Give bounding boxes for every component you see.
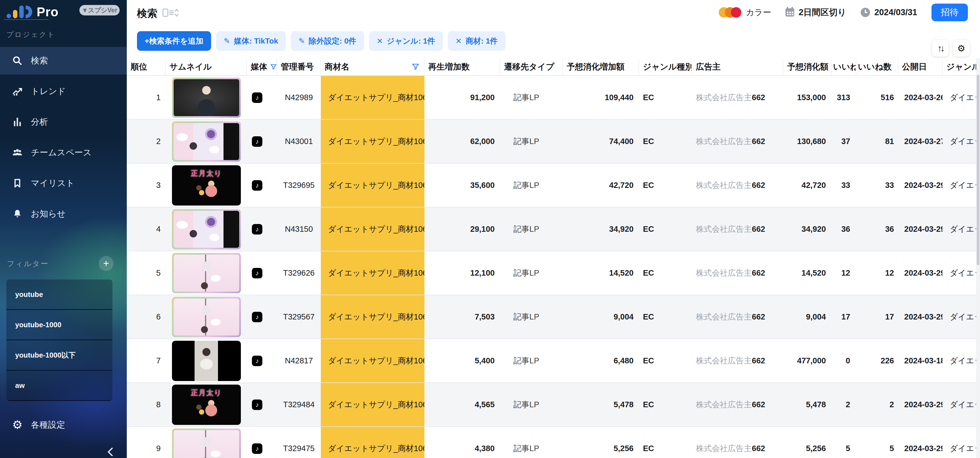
color-toggle[interactable]: カラー [719,7,771,18]
filter-section-label: フィルター [7,259,49,269]
advertiser-name: 株式会社広告主 [696,400,752,409]
like-count-cell: 2 [856,400,898,409]
sidebar-item-analysis[interactable]: 分析 [0,108,127,136]
filter-list-item[interactable]: youtube-1000以下 [6,340,113,370]
thumbnail-art [173,79,239,116]
sidebar-item-search[interactable]: 検索 [0,47,127,75]
sidebar-item-settings[interactable]: ⚙ 各種設定 [0,411,127,439]
col-like-increase[interactable]: いいね増加数 [832,58,856,75]
sidebar-item-teamspace[interactable]: チームスペース [0,139,127,166]
advertiser-name: 株式会社広告主 [696,356,752,365]
col-play-increase[interactable]: 再生増加数 [425,58,500,75]
col-mgmt-number[interactable]: 管理番号 [277,58,321,75]
like-count-cell: 5 [856,444,898,453]
sort-button[interactable]: ↑↓ [932,40,948,57]
version-badge[interactable]: ▼スプシVer [80,5,119,16]
thumbnail-image[interactable] [172,341,241,381]
filter-funnel-icon[interactable] [412,63,420,71]
sidebar-item-mylist[interactable]: マイリスト [0,169,127,197]
thumbnail-cell[interactable] [165,297,247,337]
col-est-spend-increase[interactable]: 予想消化増加額 [563,58,639,75]
filter-funnel-icon[interactable] [270,64,277,70]
play-increase-cell: 7,503 [425,312,500,321]
like-count-cell: 81 [856,137,898,146]
table-row[interactable]: 5 ♪ T329626 ダイエットサプリ_商材106 12,100 [127,251,980,295]
thumbnail-image[interactable] [172,297,241,337]
thumbnail-cell[interactable] [165,78,247,118]
thumbnail-cell[interactable]: 正月太り [165,165,247,206]
thumbnail-image[interactable] [172,253,241,293]
thumbnail-cell[interactable] [165,121,247,162]
thumbnail-image[interactable] [172,78,241,118]
table-settings-button[interactable]: ⚙ [953,40,969,57]
publish-date-cell: 2024-03-29 [898,444,942,453]
table-row[interactable]: 4 ♪ N43150 ダイエットサプリ_商材106 29,100 [127,207,980,251]
collapse-sidebar-button[interactable] [105,445,118,458]
product-filter-chip[interactable]: ✕ 商材: 1件 [448,31,506,51]
est-spend-cell: 5,256 [783,444,832,453]
thumbnail-cell[interactable] [165,253,247,293]
thumbnail-image[interactable] [172,121,241,162]
col-genre[interactable]: ジャンル [942,58,980,75]
col-est-spend[interactable]: 予想消化額 [783,58,832,75]
media-filter-chip[interactable]: ✎ 媒体: TikTok [216,31,286,51]
date-selector[interactable]: 2024/03/31 [861,8,917,18]
sidebar-item-notifications[interactable]: お知らせ [0,200,127,228]
table-row[interactable]: 1 ♪ N42989 ダイエットサプリ_商材106 91,200 [127,76,980,120]
col-thumbnail[interactable]: サムネイル [165,58,247,75]
thumbnail-cell[interactable] [165,209,247,249]
play-increase-cell: 4,380 [425,444,500,453]
genre-cell: ダイエット [942,224,980,235]
top-bar: 検索 カラー 2日間区切り [127,0,980,25]
col-media[interactable]: 媒体 [247,58,277,75]
thumbnail-image[interactable] [172,428,241,458]
publish-date-cell: 2024-03-18 [898,356,942,365]
vertical-scrollbar[interactable] [976,58,980,458]
date-range-selector[interactable]: 2日間区切り [786,6,846,18]
sidebar-item-label: お知らせ [31,208,65,220]
advertiser-cell: 株式会社広告主662 [692,443,783,454]
like-increase-cell: 0 [832,356,856,365]
add-filter-button[interactable]: + [99,256,113,271]
thumbnail-image[interactable]: 正月太り [172,385,241,425]
exclusion-filter-chip[interactable]: ✎ 除外設定: 0件 [291,31,364,51]
add-search-condition-button[interactable]: +検索条件を追加 [137,31,211,51]
col-like-count[interactable]: いいね数 [856,58,898,75]
table-row[interactable]: 3 正月太り ♪ T329695 ダイエットサプリ_商材106 35, [127,164,980,207]
chip-label: +検索条件を追加 [145,36,204,46]
view-toggle-icon[interactable] [162,7,179,18]
like-count-cell: 12 [856,268,898,278]
col-advertiser[interactable]: 広告主 [692,58,783,75]
sidebar-item-trend[interactable]: トレンド [0,78,127,105]
table-row[interactable]: 9 ♪ T329475 ダイエットサプリ_商材106 4,380 [127,427,980,458]
col-product-name[interactable]: 商材名 [321,58,425,75]
scrollbar-thumb[interactable] [977,75,980,265]
invite-button[interactable]: 招待 [932,3,968,21]
product-name-cell: ダイエットサプリ_商材106 [321,120,425,163]
advertiser-number: 662 [752,312,765,321]
advertiser-cell: 株式会社広告主662 [692,399,783,410]
sidebar: Pro ▼スプシVer プロジェクト 検索 トレンド 分析 [0,0,127,458]
col-rank[interactable]: 順位 [127,58,165,75]
filter-list-item[interactable]: youtube [6,279,113,310]
thumbnail-image[interactable]: 正月太り [172,165,241,206]
thumbnail-cell[interactable] [165,341,247,381]
table-row[interactable]: 7 ♪ N42817 ダイエットサプリ_商材106 5,400 [127,339,980,383]
col-destination-type[interactable]: 遷移先タイプ [500,58,563,75]
est-spend-cell: 9,004 [783,312,832,321]
mgmt-number-cell: N43001 [277,137,321,146]
thumbnail-cell[interactable]: 正月太り [165,385,247,425]
thumbnail-image[interactable] [172,209,241,249]
table-row[interactable]: 6 ♪ T329567 ダイエットサプリ_商材106 7,503 [127,295,980,339]
col-genre-category[interactable]: ジャンル種別 [639,58,692,75]
filter-list-item[interactable]: youtube-1000 [6,310,113,340]
product-name-cell: ダイエットサプリ_商材106 [321,164,425,207]
table-row[interactable]: 8 正月太り ♪ T329484 ダイエットサプリ_商材106 4,5 [127,383,980,427]
col-publish-date[interactable]: 公開日 [898,58,942,75]
genre-category-cell: EC [639,444,692,453]
thumbnail-cell[interactable] [165,428,247,458]
genre-filter-chip[interactable]: ✕ ジャンル: 1件 [369,31,443,51]
media-cell: ♪ [247,312,277,322]
table-row[interactable]: 2 ♪ N43001 ダイエットサプリ_商材106 62,000 [127,120,980,164]
filter-list-item[interactable]: aw [6,370,113,401]
